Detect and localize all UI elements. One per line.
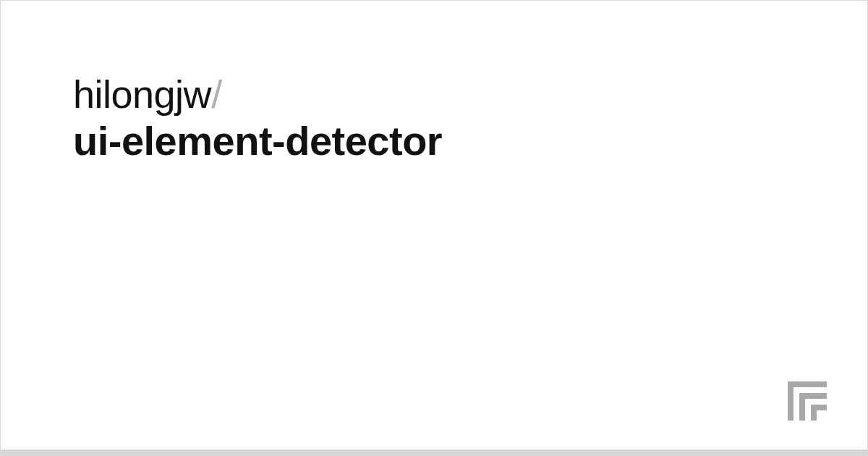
owner-line: hilongjw/ [73, 72, 795, 117]
path-separator: / [211, 72, 222, 116]
replicate-logo-icon [783, 377, 831, 425]
repo-header: hilongjw/ ui-element-detector [1, 1, 867, 164]
repo-name: ui-element-detector [73, 118, 795, 164]
owner-name: hilongjw [73, 72, 211, 116]
bottom-accent-bar [1, 449, 867, 455]
